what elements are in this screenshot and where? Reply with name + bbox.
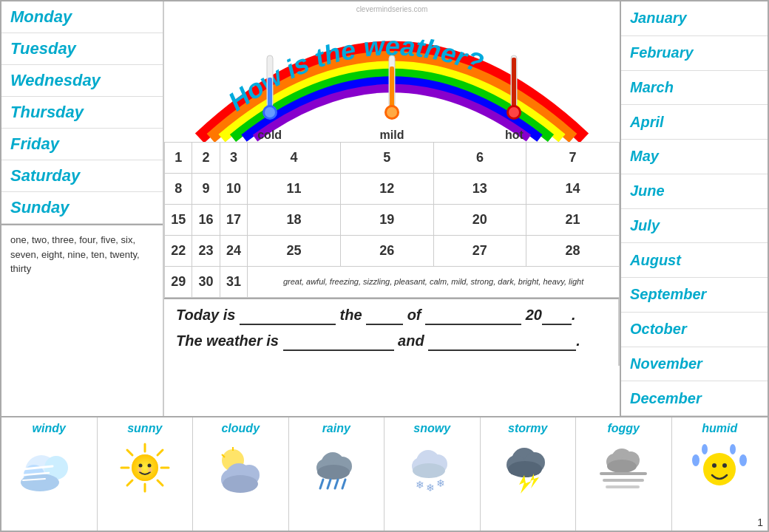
cal-1: 1 xyxy=(165,143,192,174)
svg-point-65 xyxy=(607,460,637,473)
cal-13: 13 xyxy=(433,174,526,205)
weather-sentence: The weather is and . xyxy=(176,332,606,351)
day-thursday: Thursday xyxy=(1,97,163,129)
svg-point-52 xyxy=(413,463,445,478)
mild-label: mild xyxy=(380,129,404,142)
month-february: February xyxy=(621,36,768,71)
month-october: October xyxy=(621,313,768,347)
weather-stormy: stormy xyxy=(481,417,577,531)
center-section: clevermindseries.com How is the weather? xyxy=(164,1,620,416)
day-sunday: Sunday xyxy=(1,192,163,224)
svg-line-45 xyxy=(320,480,323,488)
cal-26: 26 xyxy=(340,236,433,267)
cal-19: 19 xyxy=(340,205,433,236)
calendar-row-1: 1 2 3 4 5 6 7 xyxy=(165,143,620,174)
svg-rect-10 xyxy=(512,58,516,107)
svg-point-72 xyxy=(692,454,699,466)
cal-7: 7 xyxy=(526,143,620,174)
cal-4: 4 xyxy=(248,143,341,174)
month-march: March xyxy=(621,71,768,106)
cal-6: 6 xyxy=(433,143,526,174)
day-friday: Friday xyxy=(1,129,163,160)
weather-windy: windy xyxy=(1,417,98,531)
of-label: of xyxy=(407,307,421,323)
the-label: the xyxy=(340,307,362,323)
cal-23: 23 xyxy=(192,236,220,267)
and-label: and xyxy=(398,332,424,349)
svg-point-4 xyxy=(265,107,275,117)
svg-point-74 xyxy=(730,444,736,454)
year-prefix: 20 xyxy=(526,307,542,323)
adjectives-cell: great, awful, freezing, sizzling, pleasa… xyxy=(248,267,620,298)
number-words: one, two, three, four, five, six, seven,… xyxy=(1,224,163,416)
weather-cloudy: cloudy xyxy=(193,417,289,531)
month-july: July xyxy=(621,209,768,244)
cal-22: 22 xyxy=(165,236,192,267)
svg-line-25 xyxy=(157,480,163,485)
svg-line-26 xyxy=(157,450,163,455)
calendar-row-3: 15 16 17 18 19 20 21 xyxy=(165,205,620,236)
day-monday: Monday xyxy=(1,1,163,33)
svg-point-70 xyxy=(712,463,717,468)
svg-point-33 xyxy=(148,468,152,472)
svg-text:❄: ❄ xyxy=(436,477,445,489)
svg-point-69 xyxy=(703,453,736,485)
rainy-icon xyxy=(307,438,366,497)
cal-10: 10 xyxy=(220,174,247,205)
today-sentence: Today is the of 20 . xyxy=(176,307,606,325)
svg-point-29 xyxy=(132,454,158,481)
cal-30: 30 xyxy=(192,267,220,298)
calendar-row-5: 29 30 31 great, awful, freezing, sizzlin… xyxy=(165,267,620,298)
svg-marker-60 xyxy=(519,475,532,494)
weather-humid: humid xyxy=(672,417,768,531)
left-column: Monday Tuesday Wednesday Thursday Friday… xyxy=(1,1,164,416)
svg-line-27 xyxy=(127,480,132,485)
cal-8: 8 xyxy=(165,174,192,205)
cal-17: 17 xyxy=(220,205,247,236)
svg-line-48 xyxy=(342,480,345,488)
svg-point-59 xyxy=(508,461,542,477)
cal-20: 20 xyxy=(433,205,526,236)
cal-15: 15 xyxy=(165,205,192,236)
windy-icon xyxy=(19,438,78,497)
right-column: January February March April May June Ju… xyxy=(620,1,768,416)
cal-27: 27 xyxy=(433,236,526,267)
stormy-icon xyxy=(498,438,558,497)
svg-text:❄: ❄ xyxy=(426,482,435,494)
svg-point-44 xyxy=(317,465,350,480)
svg-rect-6 xyxy=(390,66,394,107)
calendar-table: 1 2 3 4 5 6 7 8 9 10 11 12 13 xyxy=(164,142,620,298)
rainy-label: rainy xyxy=(322,422,350,435)
svg-point-31 xyxy=(147,464,151,468)
weather-row: windy sunny xyxy=(1,416,768,531)
cal-5: 5 xyxy=(340,143,433,174)
snowy-icon: ❄ ❄ ❄ xyxy=(402,438,461,497)
day-tuesday: Tuesday xyxy=(1,33,163,65)
month-january: January xyxy=(621,1,768,36)
cal-16: 16 xyxy=(192,205,220,236)
cal-18: 18 xyxy=(248,205,341,236)
cal-28: 28 xyxy=(526,236,620,267)
svg-point-73 xyxy=(702,444,708,454)
cal-3: 3 xyxy=(220,143,247,174)
humid-icon xyxy=(690,438,749,497)
cal-12: 12 xyxy=(340,174,433,205)
svg-rect-2 xyxy=(268,78,272,107)
stormy-label: stormy xyxy=(508,422,547,435)
center-top: clevermindseries.com How is the weather? xyxy=(164,1,620,298)
svg-point-16 xyxy=(21,474,59,491)
month-september: September xyxy=(621,278,768,313)
month-december: December xyxy=(621,381,768,416)
weather-rainy: rainy xyxy=(289,417,385,531)
svg-point-71 xyxy=(722,463,727,468)
hot-label: hot xyxy=(505,129,524,142)
humid-label: humid xyxy=(702,422,737,435)
today-label: Today is xyxy=(176,307,235,323)
cal-9: 9 xyxy=(192,174,220,205)
cold-label: cold xyxy=(257,129,282,142)
sunny-icon xyxy=(115,438,175,497)
weather-label: The weather is xyxy=(176,332,279,349)
cal-2: 2 xyxy=(192,143,220,174)
cal-11: 11 xyxy=(248,174,341,205)
calendar-row-2: 8 9 10 11 12 13 14 xyxy=(165,174,620,205)
